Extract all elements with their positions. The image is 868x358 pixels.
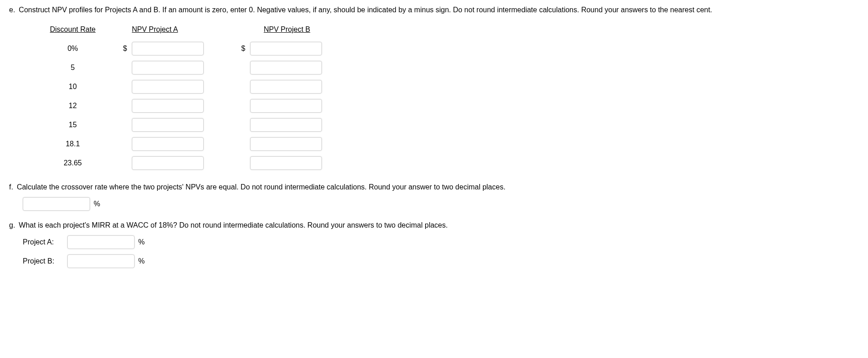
project-b-label: Project B:: [23, 256, 64, 267]
table-row: 10: [27, 77, 859, 96]
mirr-a-input[interactable]: [67, 235, 135, 249]
question-g-letter: g.: [9, 220, 15, 231]
table-row: 18.1: [27, 134, 859, 154]
header-discount-rate: Discount Rate: [27, 24, 118, 35]
npv-a-input-0[interactable]: [132, 42, 204, 55]
project-a-label: Project A:: [23, 237, 64, 248]
npv-b-input-5[interactable]: [250, 137, 322, 151]
header-npv-a: NPV Project A: [118, 24, 250, 35]
mirr-project-a-row: Project A: %: [23, 235, 859, 249]
header-npv-b: NPV Project B: [250, 24, 382, 35]
npv-b-input-4[interactable]: [250, 118, 322, 132]
rate-cell: 15: [27, 119, 118, 130]
table-row: 23.65: [27, 154, 859, 173]
rate-cell: 10: [27, 81, 118, 92]
rate-cell: 5: [27, 62, 118, 73]
rate-cell: 0%: [27, 43, 118, 54]
npv-b-input-0[interactable]: [250, 42, 322, 55]
rate-cell: 23.65: [27, 158, 118, 169]
question-e-text: Construct NPV profiles for Projects A an…: [19, 5, 859, 15]
npv-a-input-4[interactable]: [132, 118, 204, 132]
percent-unit: %: [138, 256, 145, 267]
crossover-rate-row: %: [23, 197, 859, 211]
npv-b-input-3[interactable]: [250, 99, 322, 113]
question-f-text: Calculate the crossover rate where the t…: [17, 182, 859, 193]
question-e-letter: e.: [9, 5, 15, 15]
question-f-letter: f.: [9, 182, 13, 193]
npv-a-input-6[interactable]: [132, 156, 204, 170]
table-row: 5: [27, 58, 859, 77]
npv-profiles-table: Discount Rate NPV Project A NPV Project …: [27, 20, 859, 173]
question-g-prompt: g. What is each project's MIRR at a WACC…: [9, 220, 859, 231]
table-row: 15: [27, 115, 859, 134]
percent-unit: %: [94, 199, 100, 209]
table-header-row: Discount Rate NPV Project A NPV Project …: [27, 20, 859, 39]
mirr-project-b-row: Project B: %: [23, 254, 859, 268]
question-e-block: e. Construct NPV profiles for Projects A…: [9, 5, 859, 173]
question-g-block: g. What is each project's MIRR at a WACC…: [9, 220, 859, 268]
question-g-text: What is each project's MIRR at a WACC of…: [19, 220, 859, 231]
crossover-rate-input[interactable]: [23, 197, 90, 211]
npv-a-input-5[interactable]: [132, 137, 204, 151]
npv-b-input-1[interactable]: [250, 61, 322, 75]
npv-b-input-2[interactable]: [250, 80, 322, 94]
npv-a-input-2[interactable]: [132, 80, 204, 94]
rate-cell: 18.1: [27, 139, 118, 149]
dollar-sign: $: [236, 43, 250, 54]
question-f-prompt: f. Calculate the crossover rate where th…: [9, 182, 859, 193]
rate-cell: 12: [27, 100, 118, 111]
question-e-prompt: e. Construct NPV profiles for Projects A…: [9, 5, 859, 15]
table-row: 0% $ $: [27, 39, 859, 58]
mirr-b-input[interactable]: [67, 254, 135, 268]
question-f-block: f. Calculate the crossover rate where th…: [9, 182, 859, 211]
percent-unit: %: [138, 237, 145, 248]
npv-a-input-1[interactable]: [132, 61, 204, 75]
npv-a-input-3[interactable]: [132, 99, 204, 113]
npv-b-input-6[interactable]: [250, 156, 322, 170]
dollar-sign: $: [118, 43, 132, 54]
table-row: 12: [27, 96, 859, 115]
